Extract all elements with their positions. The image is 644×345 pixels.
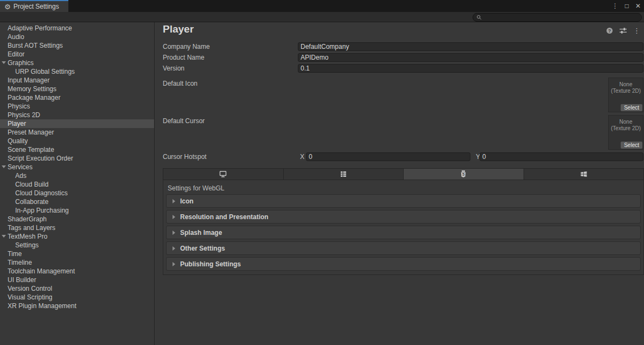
maximize-icon[interactable]: □ <box>625 3 629 9</box>
sidebar-item-settings[interactable]: Settings <box>0 241 154 250</box>
platform-tab-webgl[interactable]: 5 <box>404 169 524 180</box>
sidebar-item-label: Input Manager <box>0 76 49 85</box>
section-header-icon[interactable]: Icon <box>166 194 641 208</box>
hotspot-y-input[interactable] <box>480 152 643 161</box>
gear-icon: ⚙ <box>4 3 11 10</box>
sidebar-item-burst-aot-settings[interactable]: Burst AOT Settings <box>0 41 154 50</box>
settings-for-label: Settings for WebGL <box>168 184 225 192</box>
panel-actions: ? ⋮ <box>606 27 640 34</box>
version-input[interactable] <box>298 64 643 73</box>
sidebar-list: Adaptive PerformanceAudioBurst AOT Setti… <box>0 24 154 310</box>
dedicated-server-icon <box>339 170 348 178</box>
foldout-closed-icon[interactable] <box>173 246 175 251</box>
section-header-splash-image[interactable]: Splash Image <box>166 226 641 239</box>
svg-text:?: ? <box>608 28 611 34</box>
product-name-label: Product Name <box>163 53 205 62</box>
window-controls: ⋮ □ ✕ <box>612 0 641 12</box>
section-header-resolution-and-presentation[interactable]: Resolution and Presentation <box>166 210 641 223</box>
sidebar-item-ads[interactable]: Ads <box>0 171 154 180</box>
sidebar-item-time[interactable]: Time <box>0 250 154 258</box>
sidebar-item-label: Cloud Build <box>0 180 48 189</box>
sidebar-item-label: URP Global Settings <box>0 67 75 76</box>
search-box[interactable] <box>473 13 642 22</box>
default-icon-select-button[interactable]: Select <box>621 104 642 111</box>
sidebar-item-xr-plugin-management[interactable]: XR Plugin Management <box>0 302 154 310</box>
sidebar-item-audio[interactable]: Audio <box>0 33 154 41</box>
foldout-open-icon[interactable] <box>2 165 6 168</box>
sidebar-item-quality[interactable]: Quality <box>0 137 154 145</box>
section-header-other-settings[interactable]: Other Settings <box>166 241 641 255</box>
section-header-label: Splash Image <box>180 229 222 237</box>
search-icon <box>476 15 482 20</box>
more-options-icon[interactable]: ⋮ <box>633 27 640 34</box>
foldout-closed-icon[interactable] <box>173 262 175 266</box>
sidebar-item-label: ShaderGraph <box>0 215 47 223</box>
sidebar-item-ui-builder[interactable]: UI Builder <box>0 276 154 284</box>
sidebar-item-adaptive-performance[interactable]: Adaptive Performance <box>0 24 154 33</box>
sidebar-item-graphics[interactable]: Graphics <box>0 59 154 67</box>
sidebar-item-label: Ads <box>0 171 27 180</box>
sidebar-item-label: UI Builder <box>0 276 36 284</box>
sidebar-item-label: Package Manager <box>0 93 60 102</box>
search-input[interactable] <box>484 14 638 21</box>
sidebar-item-cloud-diagnostics[interactable]: Cloud Diagnostics <box>0 189 154 197</box>
sidebar-item-visual-scripting[interactable]: Visual Scripting <box>0 293 154 302</box>
sidebar-item-scene-template[interactable]: Scene Template <box>0 145 154 154</box>
sidebar-item-script-execution-order[interactable]: Script Execution Order <box>0 154 154 163</box>
sidebar-item-tags-and-layers[interactable]: Tags and Layers <box>0 223 154 232</box>
platform-settings-box: Settings for WebGL IconResolution and Pr… <box>163 180 644 275</box>
foldout-open-icon[interactable] <box>2 235 6 238</box>
section-header-publishing-settings[interactable]: Publishing Settings <box>166 257 641 271</box>
sidebar-item-input-manager[interactable]: Input Manager <box>0 76 154 85</box>
sidebar-item-label: TextMesh Pro <box>0 232 47 241</box>
foldout-closed-icon[interactable] <box>173 215 175 219</box>
sidebar-item-memory-settings[interactable]: Memory Settings <box>0 85 154 93</box>
tab-project-settings[interactable]: ⚙ Project Settings <box>0 0 68 12</box>
sidebar-item-label: In-App Purchasing <box>0 206 69 215</box>
default-icon-label: Default Icon <box>163 79 197 88</box>
sidebar-item-version-control[interactable]: Version Control <box>0 284 154 293</box>
sidebar-item-editor[interactable]: Editor <box>0 50 154 59</box>
section-header-label: Resolution and Presentation <box>180 213 269 221</box>
sidebar-item-player[interactable]: Player <box>0 119 154 128</box>
sidebar-item-physics-2d[interactable]: Physics 2D <box>0 111 154 119</box>
sidebar-item-shadergraph[interactable]: ShaderGraph <box>0 215 154 223</box>
sidebar-item-timeline[interactable]: Timeline <box>0 258 154 267</box>
sidebar-item-label: XR Plugin Management <box>0 302 76 310</box>
sidebar-item-physics[interactable]: Physics <box>0 102 154 111</box>
help-icon[interactable]: ? <box>606 27 613 34</box>
default-icon-texture-field[interactable]: None (Texture 2D) Select <box>608 78 643 112</box>
company-name-input[interactable] <box>298 42 643 51</box>
default-cursor-select-button[interactable]: Select <box>621 142 642 149</box>
sidebar-item-label: Editor <box>0 50 24 59</box>
close-icon[interactable]: ✕ <box>635 3 641 9</box>
sidebar-item-label: Physics <box>0 102 30 111</box>
sidebar-item-toolchain-management[interactable]: Toolchain Management <box>0 267 154 276</box>
platform-tab-desktop[interactable] <box>163 169 284 180</box>
desktop-icon <box>219 170 227 178</box>
section-header-label: Publishing Settings <box>180 260 241 268</box>
sidebar-item-package-manager[interactable]: Package Manager <box>0 93 154 102</box>
presets-icon[interactable] <box>619 27 627 34</box>
sidebar-item-label: Preset Manager <box>0 128 54 137</box>
sidebar-item-in-app-purchasing[interactable]: In-App Purchasing <box>0 206 154 215</box>
hotspot-x-input[interactable] <box>306 152 470 161</box>
product-name-input[interactable] <box>298 53 643 62</box>
sidebar-item-services[interactable]: Services <box>0 163 154 171</box>
cursor-hotspot-label: Cursor Hotspot <box>163 152 207 161</box>
foldout-closed-icon[interactable] <box>173 199 175 203</box>
platform-tab-windows-store[interactable] <box>524 169 644 180</box>
sidebar-item-cloud-build[interactable]: Cloud Build <box>0 180 154 189</box>
default-cursor-none-value: None (Texture 2D) <box>609 119 643 132</box>
default-cursor-texture-field[interactable]: None (Texture 2D) Select <box>608 115 643 150</box>
foldout-open-icon[interactable] <box>2 61 6 64</box>
foldout-closed-icon[interactable] <box>173 231 175 235</box>
platform-tab-dedicated-server[interactable] <box>284 169 404 180</box>
sidebar-item-textmesh-pro[interactable]: TextMesh Pro <box>0 232 154 241</box>
default-icon-none-value: None (Texture 2D) <box>609 81 643 94</box>
sidebar-item-label: Cloud Diagnostics <box>0 189 68 197</box>
sidebar-item-urp-global-settings[interactable]: URP Global Settings <box>0 67 154 76</box>
sidebar-item-collaborate[interactable]: Collaborate <box>0 197 154 206</box>
window-menu-icon[interactable]: ⋮ <box>612 3 619 9</box>
sidebar-item-preset-manager[interactable]: Preset Manager <box>0 128 154 137</box>
